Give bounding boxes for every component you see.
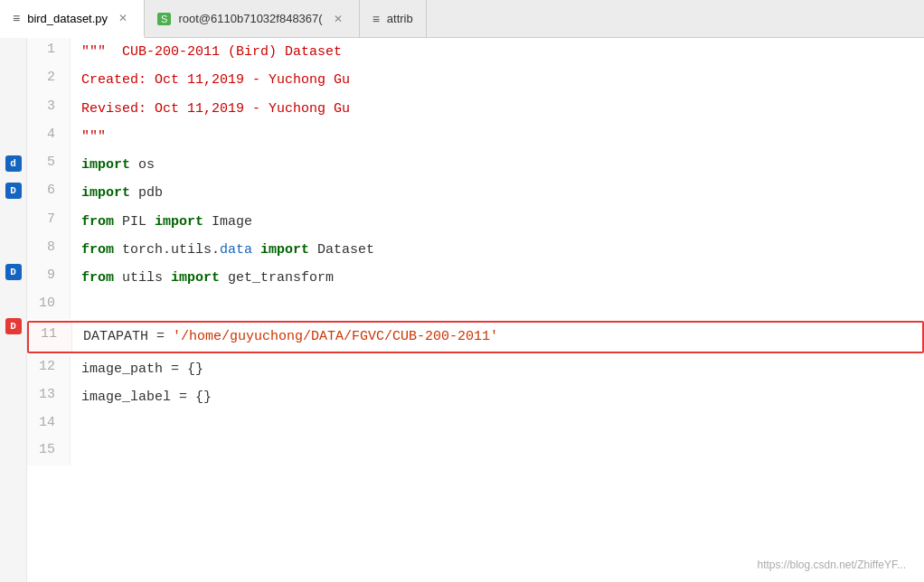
code-normal-7a: PIL: [114, 214, 155, 230]
editor-container: ≡ bird_dataset.py ✕ S root@6110b71032f84…: [0, 0, 924, 582]
line-number-5: 5: [27, 151, 71, 179]
left-panel-item-4: [0, 123, 26, 150]
code-normal-8a: torch.utils.: [114, 242, 220, 258]
line-content-5: import os: [71, 151, 924, 179]
code-normal-5: os: [130, 157, 155, 173]
line-number-10: 10: [27, 292, 71, 319]
code-row-3: 3 Revised: Oct 11,2019 - Yuchong Gu: [27, 95, 924, 123]
line-number-11: 11: [29, 323, 72, 351]
left-panel-item-10: [0, 286, 26, 313]
code-area[interactable]: 1 """ CUB-200-2011 (Bird) Dataset 2 Crea…: [27, 38, 924, 582]
line-content-4: """: [71, 123, 924, 151]
left-panel-item-9: D: [0, 258, 26, 286]
code-row-14: 14: [27, 411, 924, 438]
left-panel-item-3: [0, 96, 26, 123]
line-content-14: [71, 411, 924, 438]
code-datapath-val: '/home/guyuchong/DATA/FGVC/CUB-200-2011': [173, 329, 498, 344]
line-number-1: 1: [27, 38, 71, 66]
line-number-6: 6: [27, 179, 71, 207]
left-panel-item-8: [0, 231, 26, 258]
tab-root-close-button[interactable]: ✕: [330, 11, 346, 27]
code-row-6: 6 import pdb: [27, 179, 924, 207]
tab-attrib[interactable]: ≡ attrib: [360, 0, 427, 37]
code-row-2: 2 Created: Oct 11,2019 - Yuchong Gu: [27, 66, 924, 94]
code-row-9: 9 from utils import get_transform: [27, 264, 924, 292]
sidebar-marker-6: D: [5, 183, 22, 199]
line-number-2: 2: [27, 66, 71, 94]
sidebar-marker-11: D: [5, 318, 22, 334]
line-number-7: 7: [27, 208, 71, 236]
kw-from-9: from: [81, 270, 114, 286]
watermark: https://blog.csdn.net/ZhiffeYF...: [757, 559, 906, 571]
line-content-15: [71, 438, 924, 465]
code-row-10: 10: [27, 292, 924, 319]
left-panel-item-7: [0, 204, 26, 231]
kw-import-9: import: [171, 270, 220, 286]
code-row-8: 8 from torch.utils.data import Dataset: [27, 236, 924, 264]
line-content-13: image_label = {}: [71, 383, 924, 411]
code-row-7: 7 from PIL import Image: [27, 208, 924, 236]
left-panel-item-5: d: [0, 150, 26, 177]
code-normal-7b: Image: [203, 214, 252, 230]
code-row-15: 15: [27, 438, 924, 465]
tab-root-label: root@6110b71032f848367(: [178, 12, 322, 25]
code-row-4: 4 """: [27, 123, 924, 151]
docstring-open-1: """: [81, 44, 106, 60]
kw-import-7: import: [155, 214, 203, 230]
tab-attrib-icon: ≡: [372, 12, 380, 26]
line-number-8: 8: [27, 236, 71, 264]
line-content-3: Revised: Oct 11,2019 - Yuchong Gu: [71, 95, 924, 123]
line-number-3: 3: [27, 95, 71, 123]
line-number-14: 14: [27, 411, 71, 438]
code-datapath-var: DATAPATH =: [83, 329, 173, 344]
kw-import-5: import: [81, 157, 130, 173]
line-number-12: 12: [27, 355, 71, 383]
tab-menu-icon: ≡: [13, 11, 20, 25]
code-normal-8b: [252, 242, 260, 258]
kw-from-7: from: [81, 214, 114, 230]
line-content-6: import pdb: [71, 179, 924, 207]
line-number-9: 9: [27, 264, 71, 292]
tab-root[interactable]: S root@6110b71032f848367( ✕: [145, 0, 360, 37]
line-content-1: """ CUB-200-2011 (Bird) Dataset: [71, 38, 924, 66]
line-number-15: 15: [27, 438, 71, 465]
code-row-11: 11 DATAPATH = '/home/guyuchong/DATA/FGVC…: [27, 321, 924, 352]
line-content-10: [71, 292, 924, 319]
line-content-2: Created: Oct 11,2019 - Yuchong Gu: [71, 66, 924, 94]
line-content-9: from utils import get_transform: [71, 264, 924, 292]
left-panel: d D D D: [0, 38, 27, 582]
editor-body: d D D D 1 """ CU: [0, 38, 924, 582]
code-row-1: 1 """ CUB-200-2011 (Bird) Dataset: [27, 38, 924, 66]
line-number-13: 13: [27, 383, 71, 411]
tab-attrib-label: attrib: [387, 12, 413, 25]
left-panel-item-6: D: [0, 177, 26, 204]
kw-from-8: from: [81, 242, 114, 258]
code-normal-8c: Dataset: [309, 242, 374, 258]
code-normal-9a: utils: [114, 270, 171, 286]
code-row-13: 13 image_label = {}: [27, 383, 924, 411]
tab-bar: ≡ bird_dataset.py ✕ S root@6110b71032f84…: [0, 0, 924, 38]
line-content-7: from PIL import Image: [71, 208, 924, 236]
left-panel-item-2: [0, 69, 26, 96]
code-row-5: 5 import os: [27, 151, 924, 179]
tab-label: bird_dataset.py: [27, 12, 108, 25]
line-content-12: image_path = {}: [71, 355, 924, 383]
kw-import-6: import: [81, 185, 130, 201]
code-normal-6: pdb: [130, 185, 163, 201]
left-panel-item-11: D: [0, 313, 26, 340]
sidebar-marker-9: D: [5, 264, 22, 280]
code-row-12: 12 image_path = {}: [27, 355, 924, 383]
line-content-11: DATAPATH = '/home/guyuchong/DATA/FGVC/CU…: [72, 323, 922, 351]
tab-bird-dataset[interactable]: ≡ bird_dataset.py ✕: [0, 0, 145, 38]
code-blue-8: data: [220, 242, 252, 258]
tab-terminal-icon: S: [157, 13, 171, 25]
code-normal-9b: get_transform: [220, 270, 334, 286]
line-content-8: from torch.utils.data import Dataset: [71, 236, 924, 264]
left-panel-item-1: [0, 42, 26, 69]
sidebar-marker-5: d: [5, 155, 22, 172]
line-number-4: 4: [27, 123, 71, 151]
kw-import-8: import: [260, 242, 309, 258]
docstring-text-1: CUB-200-2011 (Bird) Dataset: [106, 44, 342, 60]
tab-close-button[interactable]: ✕: [115, 10, 131, 26]
